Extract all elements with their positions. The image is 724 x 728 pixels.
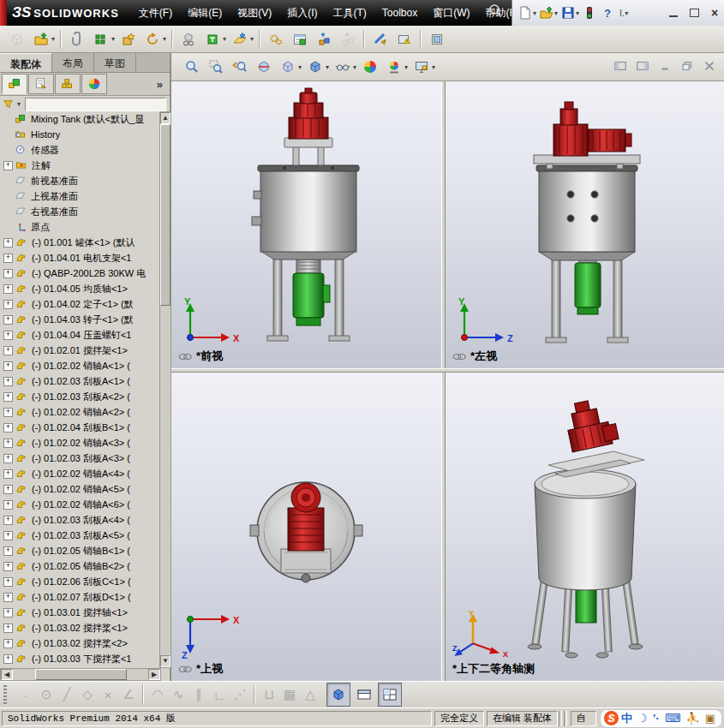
- scroll-right-icon[interactable]: ▶: [148, 669, 160, 680]
- feature-manager-tab[interactable]: [2, 74, 27, 94]
- expand-icon[interactable]: +: [3, 408, 13, 417]
- tree-item[interactable]: +(-) 01.02.02 销轴A<3> (: [0, 435, 159, 451]
- scroll-up-icon[interactable]: ▲: [160, 112, 171, 124]
- menu-item[interactable]: 插入(I): [279, 0, 325, 26]
- expand-icon[interactable]: +: [3, 423, 13, 433]
- tree-item[interactable]: 上视基准面: [0, 188, 159, 204]
- tab-assembly[interactable]: 装配体: [0, 53, 52, 72]
- new-document-button[interactable]: [516, 3, 535, 23]
- show-hidden-components-button[interactable]: [177, 27, 200, 51]
- tree-item[interactable]: +(-) 01.02.02 销轴A<2> (: [0, 404, 159, 420]
- open-document-button[interactable]: [537, 3, 556, 23]
- viewport-isometric[interactable]: Y X Z *上下二等角轴测: [446, 373, 724, 681]
- tree-item[interactable]: +(-) 01.02.04 刮板B<1> (: [0, 420, 159, 435]
- pane-right-button[interactable]: [633, 57, 652, 75]
- expand-icon[interactable]: +: [3, 269, 13, 278]
- tree-item[interactable]: +A注解: [0, 158, 159, 173]
- tree-item[interactable]: +(-) 01.02.02 销轴A<5> (: [0, 481, 159, 497]
- smart-fasteners-button[interactable]: [117, 27, 141, 51]
- window-restore-button[interactable]: [685, 5, 703, 21]
- tree-item[interactable]: Mixing Tank (默认<默认_显: [0, 111, 159, 127]
- scroll-left-icon[interactable]: ◀: [1, 669, 13, 680]
- point-snap-icon[interactable]: ·: [15, 684, 36, 705]
- menu-item[interactable]: 视图(V): [230, 0, 279, 26]
- doc-close-button[interactable]: [700, 57, 719, 75]
- expand-icon[interactable]: +: [3, 516, 13, 525]
- ime-person-icon[interactable]: ⛹: [685, 712, 699, 725]
- dropdown-arrow-icon[interactable]: ▾: [353, 63, 356, 71]
- toolbar-drag-handle[interactable]: [3, 685, 7, 704]
- perpendicular-snap-icon[interactable]: ∟: [209, 684, 230, 705]
- dropdown-arrow-icon[interactable]: ▾: [576, 9, 579, 17]
- tree-item[interactable]: +(-) 01.001 罐体<1> (默认: [0, 235, 159, 250]
- viewport-top[interactable]: X Z *上视: [171, 373, 441, 681]
- window-minimize-button[interactable]: [664, 5, 683, 21]
- expand-icon[interactable]: +: [3, 624, 13, 633]
- menu-item[interactable]: 文件(F): [131, 0, 180, 26]
- expand-icon[interactable]: +: [3, 300, 13, 309]
- mate-button[interactable]: [65, 27, 89, 51]
- tree-item[interactable]: +(-) 01.04.05 均质轴<1>: [0, 281, 159, 296]
- tree-item[interactable]: 原点: [0, 219, 159, 235]
- tree-item[interactable]: +(-) 01.02.05 销轴B<1> (: [0, 543, 159, 558]
- tree-item[interactable]: +(-) 01.02.03 刮板A<4> (: [0, 512, 159, 528]
- expand-icon[interactable]: +: [3, 608, 13, 618]
- viewport-front[interactable]: Y X *前视: [171, 81, 441, 368]
- tree-item[interactable]: 传感器: [0, 142, 159, 158]
- configuration-manager-tab[interactable]: [55, 74, 81, 94]
- parallel-snap-icon[interactable]: ∥: [188, 684, 209, 705]
- open-part-button[interactable]: [29, 27, 53, 51]
- dropdown-arrow-icon[interactable]: ▾: [223, 35, 226, 43]
- cross-snap-icon[interactable]: ×: [98, 684, 118, 705]
- exploded-view-button[interactable]: [312, 27, 336, 51]
- grid-snap-icon[interactable]: ▦: [279, 684, 300, 705]
- expand-icon[interactable]: +: [3, 654, 13, 664]
- arc-snap-icon[interactable]: ◠: [147, 684, 168, 705]
- edit-appearance-button[interactable]: [358, 55, 382, 79]
- linear-component-pattern-button[interactable]: [89, 27, 113, 51]
- four-view-button[interactable]: [378, 683, 402, 707]
- dropdown-arrow-icon[interactable]: ▾: [432, 63, 435, 71]
- rebuild-traffic-light-button[interactable]: [580, 3, 599, 23]
- property-manager-tab[interactable]: [28, 74, 54, 94]
- ime-punct-icon[interactable]: ’·: [653, 712, 660, 725]
- previous-view-button[interactable]: [228, 55, 252, 79]
- center-circle-snap-icon[interactable]: ⊙: [36, 684, 57, 705]
- tree-item[interactable]: History: [0, 127, 159, 142]
- ime-toolbox-icon[interactable]: ▣: [705, 712, 715, 725]
- more-tabs-chevron[interactable]: »: [157, 78, 163, 91]
- dropdown-arrow-icon[interactable]: ▾: [326, 63, 329, 71]
- expand-icon[interactable]: +: [3, 531, 13, 540]
- dropdown-arrow-icon[interactable]: ▾: [554, 9, 558, 17]
- spline-snap-icon[interactable]: ∿: [168, 684, 188, 705]
- filter-funnel-icon[interactable]: [3, 98, 16, 110]
- expand-icon[interactable]: +: [3, 238, 13, 248]
- view-settings-button[interactable]: [410, 55, 434, 79]
- tree-item[interactable]: +(-) 01.03.02 搅拌桨<1>: [0, 620, 159, 636]
- tree-item[interactable]: +(-) 01.03.03 下搅拌桨<1: [0, 651, 159, 666]
- doc-restore-button[interactable]: [678, 57, 697, 75]
- tree-item[interactable]: +(-) 01.04.02 定子<1> (默: [0, 296, 159, 312]
- dropdown-arrow-icon[interactable]: ▾: [163, 35, 166, 43]
- dropdown-arrow-icon[interactable]: ▾: [51, 35, 55, 43]
- two-view-button[interactable]: [352, 683, 376, 707]
- expand-icon[interactable]: +: [3, 284, 13, 294]
- tree-item[interactable]: +(-) QABP-200L2B 30KW 电: [0, 266, 159, 281]
- angle-snap-snap-icon[interactable]: △: [300, 684, 320, 705]
- save-document-button[interactable]: [559, 3, 577, 23]
- assembly-features-button[interactable]: [200, 27, 224, 51]
- help-dropdown-arrow-icon[interactable]: ▾: [625, 9, 628, 17]
- hide-show-items-button[interactable]: [331, 55, 355, 79]
- simulation-advisor-button[interactable]: [392, 27, 416, 51]
- expand-icon[interactable]: +: [3, 331, 13, 340]
- expand-icon[interactable]: +: [3, 562, 13, 571]
- scrollbar-thumb[interactable]: [35, 669, 127, 680]
- expand-icon[interactable]: +: [3, 161, 13, 170]
- scroll-down-icon[interactable]: ▼: [160, 655, 171, 667]
- interference-detection-button[interactable]: [368, 27, 392, 51]
- menu-item[interactable]: 编辑(E): [180, 0, 230, 26]
- expand-icon[interactable]: +: [3, 254, 13, 263]
- menu-item[interactable]: 窗口(W): [425, 0, 477, 26]
- ime-moon-icon[interactable]: ☽: [637, 712, 648, 725]
- tree-item[interactable]: +(-) 01.02.03 刮板A<3> (: [0, 451, 159, 466]
